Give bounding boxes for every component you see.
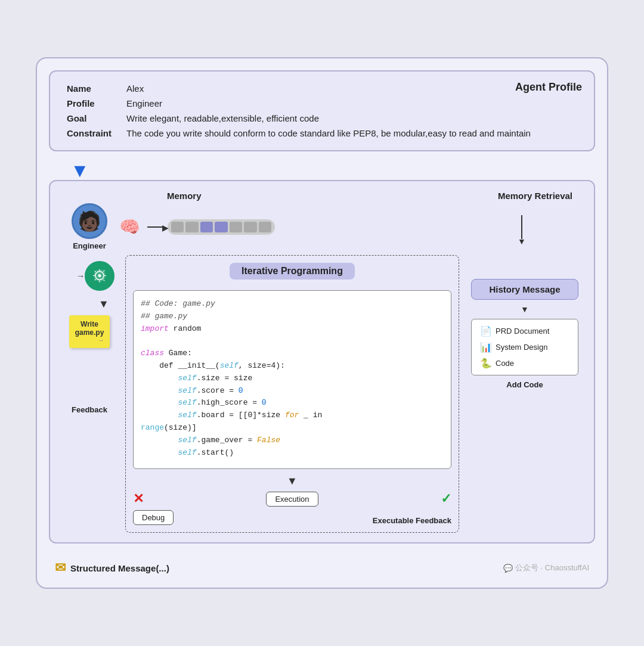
x-mark-icon: ✕: [133, 491, 144, 507]
fail-path: ✕: [133, 491, 144, 507]
profile-value-name: Alex: [122, 81, 582, 96]
agent-profile-title: Agent Profile: [515, 81, 582, 94]
code-line-10: self.board = [[0]*size for _ in: [141, 409, 444, 422]
code-line-8: self.score = 0: [141, 385, 444, 397]
email-icon: ✉: [55, 560, 66, 576]
memory-cell-7: [259, 222, 271, 232]
arrow-to-openai: →: [76, 261, 114, 291]
code-line-9: self.high_score = 0: [141, 397, 444, 409]
doc-item-prd: 📄 PRD Document: [480, 325, 569, 337]
profile-row-constraint: Constraint The code you write should con…: [62, 126, 582, 141]
code-line-6: def __init__(self, size=4):: [141, 360, 444, 372]
arrow-line: ▶: [147, 226, 165, 228]
code-line-13: self.start(): [141, 447, 444, 459]
iterative-box: Iterative Programming ## Code: game.py #…: [125, 255, 459, 533]
openai-icon: [85, 261, 114, 291]
check-mark-icon: ✓: [441, 491, 451, 507]
write-note: Write game.py →: [69, 315, 110, 348]
execution-row: ▼: [133, 475, 451, 487]
doc-label-prd: PRD Document: [496, 327, 549, 336]
left-sidebar: → ▼ Write game.py: [60, 255, 119, 414]
code-line-5: class Game:: [141, 347, 444, 360]
profile-table: Name Alex Profile Engineer Goal Write el…: [62, 81, 582, 141]
memory-label: Memory: [167, 191, 202, 201]
history-docs-box: 📄 PRD Document 📊 System Design 🐍 Code: [471, 319, 578, 375]
avatar-icon: 🧑🏿: [78, 210, 101, 232]
history-arrow-down: ▼: [521, 305, 529, 314]
code-line-3: import random: [141, 323, 444, 336]
profile-label-goal: Goal: [62, 111, 122, 126]
doc-label-system: System Design: [496, 343, 547, 352]
profile-label-name: Name: [62, 81, 122, 96]
execution-label: Execution: [275, 495, 309, 504]
code-line-blank: [141, 335, 444, 347]
code-line-11: range(size)]: [141, 422, 444, 434]
success-path: ✓: [441, 491, 451, 507]
code-to-execution-arrow: ▼: [287, 475, 298, 487]
profile-row-profile: Profile Engineer: [62, 96, 582, 111]
profile-row-name: Name Alex: [62, 81, 582, 96]
avatar: 🧑🏿: [72, 203, 107, 239]
retrieval-vertical-arrow: ▼: [521, 215, 522, 239]
main-container: Agent Profile Name Alex Profile Engineer…: [36, 57, 608, 589]
memory-cell-6: [244, 222, 256, 232]
profile-value-constraint: The code you write should conform to cod…: [122, 126, 582, 141]
memory-cell-3: [200, 222, 213, 232]
profile-value-profile: Engineer: [122, 96, 582, 111]
wechat-icon: 💬: [503, 564, 513, 573]
execution-button[interactable]: Execution: [266, 492, 318, 507]
wechat-label: 公众号 · ChaosstuffAI: [515, 563, 589, 573]
gd-icon: 📊: [480, 341, 492, 353]
code-box: ## Code: game.py ## game.py import rando…: [133, 290, 451, 469]
write-note-label: Write game.py: [75, 320, 104, 337]
code-line-12: self.game_over = False: [141, 434, 444, 447]
svg-point-0: [98, 274, 101, 277]
add-code-label: Add Code: [471, 380, 578, 389]
main-content-row: → ▼ Write game.py: [60, 255, 584, 533]
doc-item-system-design: 📊 System Design: [480, 341, 569, 353]
py-icon: 🐍: [480, 358, 492, 369]
memory-cell-1: [171, 222, 184, 232]
iterative-title: Iterative Programming: [230, 263, 355, 279]
engineer-column: 🧑🏿 Engineer: [60, 203, 119, 250]
code-line-1: ## Code: game.py: [141, 298, 444, 310]
structured-msg-label: Structured Message(...): [70, 563, 169, 573]
profile-row-goal: Goal Write elegant, readable,extensible,…: [62, 111, 582, 126]
memory-cell-2: [185, 222, 198, 232]
wechat-watermark: 💬 公众号 · ChaosstuffAI: [503, 563, 589, 573]
right-panel: History Message ▼ 📄 PRD Document 📊 Syste…: [465, 279, 584, 389]
profile-label-profile: Profile: [62, 96, 122, 111]
memory-cell-5: [230, 222, 242, 232]
structured-message: ✉ Structured Message(...): [55, 560, 169, 576]
doc-item-code: 🐍 Code: [480, 358, 569, 369]
engineer-label: Engineer: [73, 241, 106, 250]
debug-button[interactable]: Debug: [133, 510, 174, 525]
arrow-down-1: ▼: [98, 298, 109, 310]
history-message-box: History Message: [471, 279, 578, 300]
memory-retrieval-label: Memory Retrieval: [498, 191, 572, 201]
brain-icon: 🧠: [119, 217, 140, 237]
executable-feedback-label: Executable Feedback: [373, 516, 451, 525]
agent-profile-section: Agent Profile Name Alex Profile Engineer…: [49, 70, 595, 151]
memory-cell-4: [215, 222, 227, 232]
blue-arrow-icon: ▼: [70, 161, 595, 180]
profile-value-goal: Write elegant, readable,extensible, effi…: [122, 111, 582, 126]
debug-row: Debug Executable Feedback: [133, 510, 451, 525]
memory-bar: [168, 219, 275, 235]
profile-label-constraint: Constraint: [62, 126, 122, 141]
debug-execution-row: ✕ Execution ✓: [133, 491, 451, 507]
feedback-label: Feedback: [72, 405, 107, 414]
workflow-section: Memory Memory Retrieval 🧑🏿 Engineer 🧠 ▶: [49, 180, 595, 543]
code-line-2: ## game.py: [141, 310, 444, 323]
doc-label-code: Code: [496, 359, 514, 368]
history-message-label: History Message: [489, 284, 560, 294]
pdf-icon: 📄: [480, 325, 492, 337]
bottom-row: ✉ Structured Message(...) 💬 公众号 · Chaoss…: [49, 560, 595, 576]
code-line-7: self.size = size: [141, 372, 444, 385]
retrieval-arrow-area: ▼: [465, 215, 578, 239]
debug-label: Debug: [142, 513, 165, 522]
